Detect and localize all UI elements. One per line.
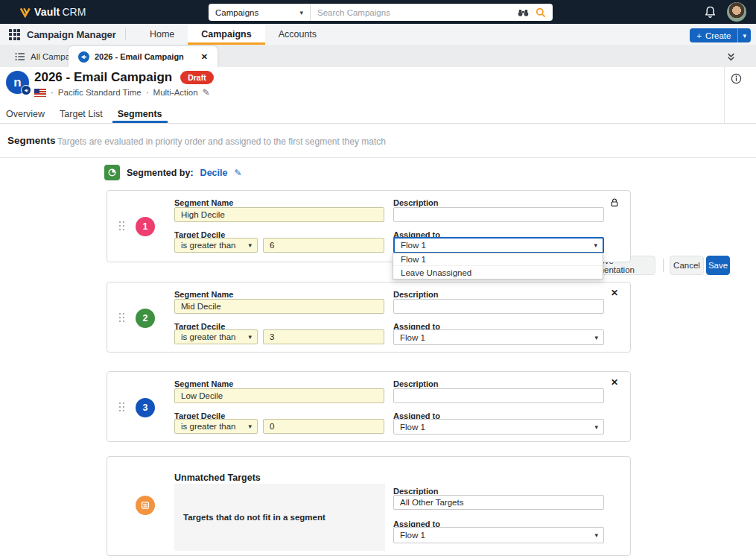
vault-v-icon: [19, 7, 32, 18]
operator-select[interactable]: is greater than ▾: [174, 419, 258, 434]
dropdown-option-leave-unassigned[interactable]: Leave Unassigned: [393, 266, 603, 279]
remove-segment-icon[interactable]: ✕: [611, 377, 618, 388]
tab-target-list[interactable]: Target List: [54, 104, 108, 123]
operator-select[interactable]: is greater than ▾: [174, 329, 258, 344]
close-icon[interactable]: ✕: [201, 52, 208, 62]
campaign-record-icon: n: [6, 71, 29, 94]
segmented-by-label: Segmented by:: [127, 168, 194, 178]
plus-icon: +: [696, 31, 702, 40]
decile-value-input[interactable]: [263, 329, 384, 344]
create-button-main[interactable]: + Create: [690, 28, 737, 42]
decile-value-input[interactable]: [263, 238, 384, 253]
nav-item-accounts[interactable]: Accounts: [265, 24, 330, 45]
workspace-tab-strip: All Campaigns 2026 - Email Campaign ✕: [0, 45, 756, 67]
tab-record-campaign[interactable]: 2026 - Email Campaign ✕: [69, 46, 217, 67]
search-input[interactable]: [311, 4, 517, 21]
description-input[interactable]: [393, 388, 604, 403]
drag-handle[interactable]: [119, 313, 127, 324]
cancel-label: Cancel: [673, 261, 700, 270]
section-subtitle: Targets are evaluated in priority order …: [57, 136, 386, 147]
campaign-megaphone-icon: [78, 51, 89, 63]
page: VaultCRM Campaigns ▾: [0, 0, 756, 559]
tab-record-label: 2026 - Email Campaign: [95, 52, 184, 61]
edit-pencil-icon[interactable]: ✎: [234, 168, 241, 178]
segment-name-label: Segment Name: [174, 290, 233, 299]
assigned-to-value: Flow 1: [400, 531, 425, 540]
search-icon[interactable]: [536, 7, 546, 18]
description-label: Description: [393, 290, 439, 299]
assigned-to-value: Flow 1: [400, 333, 425, 342]
search-scope-select[interactable]: Campaigns ▾: [209, 4, 311, 21]
remove-segment-icon[interactable]: ✕: [611, 288, 618, 298]
create-button[interactable]: + Create ▾: [690, 28, 751, 42]
record-title-row: 2026 - Email Campaign Draft: [34, 70, 214, 85]
chevron-down-icon: ▾: [299, 9, 303, 16]
chevron-down-icon: ▾: [743, 32, 746, 40]
decile-value-input[interactable]: [263, 419, 384, 434]
chevron-down-icon: ▾: [594, 241, 597, 249]
segmented-by-row: Segmented by: Decile ✎: [104, 165, 242, 180]
chevron-down-icon: ▾: [594, 334, 598, 341]
list-icon: [15, 52, 25, 61]
segment-name-label: Segment Name: [174, 198, 233, 207]
description-input[interactable]: [393, 207, 604, 222]
description-label: Description: [393, 379, 439, 388]
description-input[interactable]: [393, 299, 604, 314]
save-button[interactable]: Save: [706, 256, 730, 275]
chevron-down-icon: ▾: [594, 531, 598, 539]
page-title: 2026 - Email Campaign: [34, 70, 172, 85]
assigned-to-value: Flow 1: [401, 241, 426, 250]
assigned-to-value: Flow 1: [400, 423, 425, 432]
operator-select[interactable]: is greater than ▾: [174, 238, 258, 253]
segmented-by-value-link[interactable]: Decile: [200, 168, 228, 178]
operator-value: is greater than: [181, 332, 236, 341]
campaign-type-label: Multi-Action: [153, 88, 198, 97]
vault-crm-logo[interactable]: VaultCRM: [19, 0, 86, 24]
assigned-to-select[interactable]: Flow 1 ▾: [393, 419, 604, 435]
toolbar-divider: [663, 259, 664, 272]
segment-name-input[interactable]: [174, 299, 384, 314]
assigned-to-select[interactable]: Flow 1 ▾: [393, 237, 604, 253]
edit-pencil-icon[interactable]: ✎: [203, 87, 210, 98]
segment-number-badge: 3: [136, 398, 155, 417]
user-avatar[interactable]: [727, 2, 746, 22]
lock-icon: [609, 198, 620, 211]
binoculars-icon[interactable]: [517, 7, 530, 17]
unmatched-targets-card: Unmatched Targets Targets that do not fi…: [107, 456, 631, 556]
info-icon[interactable]: [731, 73, 742, 87]
segment-number-badge: 1: [136, 217, 155, 236]
assigned-to-select[interactable]: Flow 1 ▾: [393, 527, 604, 543]
chevron-down-icon: ▾: [248, 241, 252, 249]
drag-handle[interactable]: [119, 402, 127, 414]
drag-handle[interactable]: [119, 221, 127, 233]
notifications-bell-icon[interactable]: [703, 4, 717, 19]
collapse-tabs-icon[interactable]: [726, 51, 736, 65]
segment-name-input[interactable]: [174, 207, 384, 222]
segments-toolbar: Segments Targets are evaluated in priori…: [0, 124, 756, 158]
description-input[interactable]: [393, 495, 604, 510]
tab-overview[interactable]: Overview: [1, 104, 50, 123]
search-scope-value: Campaigns: [215, 8, 258, 17]
chevron-down-icon: ▾: [248, 333, 252, 341]
segment-card-3: 3 Segment Name Description Target Decile…: [107, 371, 631, 442]
record-icon-letter: n: [13, 75, 21, 90]
create-dropdown-button[interactable]: ▾: [737, 28, 751, 42]
segment-name-input[interactable]: [174, 388, 384, 403]
unmatched-targets-icon: [136, 496, 155, 515]
cancel-button[interactable]: Cancel: [670, 256, 704, 275]
record-subtitle: · Pacific Standard Time · Multi-Action ✎: [34, 87, 210, 98]
nav-divider: [125, 28, 126, 40]
global-search-bar: Campaigns ▾: [209, 4, 553, 21]
nav-item-home[interactable]: Home: [136, 24, 188, 45]
chevron-down-icon: ▾: [594, 423, 598, 431]
dropdown-option-flow-1[interactable]: Flow 1: [393, 253, 603, 266]
operator-value: is greater than: [181, 422, 236, 431]
tab-segments[interactable]: Segments: [112, 104, 168, 123]
top-bar: VaultCRM Campaigns ▾: [0, 0, 756, 24]
brand-vault: Vault: [34, 6, 60, 18]
nav-item-campaigns[interactable]: Campaigns: [188, 24, 264, 45]
assigned-to-select[interactable]: Flow 1 ▾: [393, 329, 604, 345]
app-launcher-icon[interactable]: [9, 29, 20, 40]
search-icons: [517, 7, 553, 18]
separator-dot: ·: [146, 88, 149, 97]
